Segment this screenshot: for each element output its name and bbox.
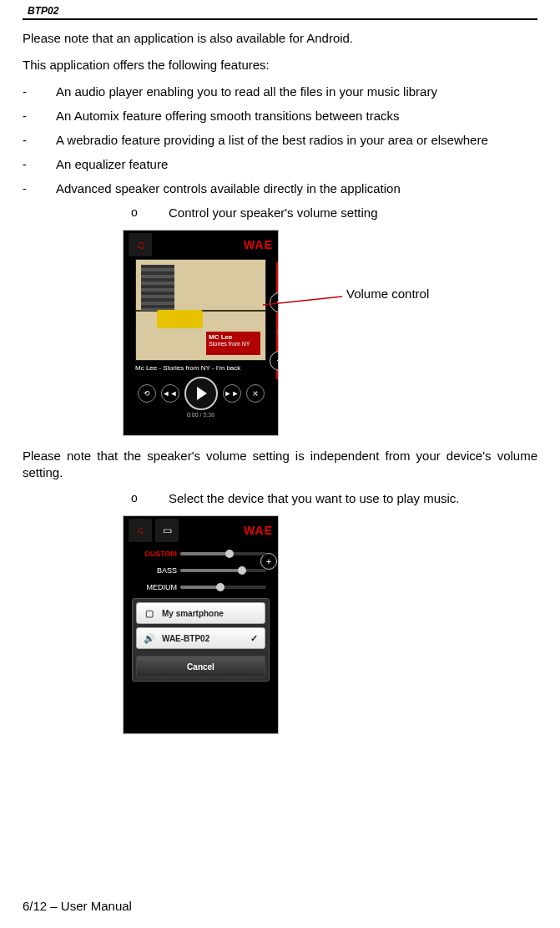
album-line1: MC Lee [209, 333, 258, 341]
radio-icon[interactable]: ▭ [155, 519, 179, 542]
music-note-icon[interactable]: ♫ [129, 519, 152, 542]
sub-bullet-text: Control your speaker's volume setting [169, 205, 377, 220]
bullet-dash: - [23, 181, 56, 195]
app-screenshot-player: ♫ WAE MC Lee Stories from NY Mc Lee - St… [123, 230, 279, 436]
cancel-button[interactable]: Cancel [136, 656, 265, 677]
bullet-dash: - [23, 109, 56, 123]
track-title: Mc Lee - Stories from NY - I'm back [124, 361, 278, 373]
album-line2: Stories from NY [209, 341, 258, 347]
app-screenshot-device-select: ♫ ▭ WAE + CUSTOM BASS MEDIUM ▢ My smart [123, 515, 279, 734]
eq-bass-slider[interactable] [180, 569, 266, 572]
callout-line [263, 295, 346, 312]
player-controls: ⟲ ◄◄ ►► ⤨ [124, 377, 278, 410]
plus-icon[interactable]: + [260, 553, 277, 570]
bullet-text: An equalizer feature [56, 157, 537, 171]
page-footer: 6/12 – User Manual [23, 899, 132, 913]
bullet-item: - An equalizer feature [23, 157, 537, 171]
device-option-smartphone[interactable]: ▢ My smartphone [136, 602, 265, 624]
sub-bullet-circle: o [131, 491, 169, 505]
bullet-text: An audio player enabling you to read all… [56, 84, 537, 99]
bullet-text: Advanced speaker controls available dire… [56, 181, 537, 195]
eq-bass-label: BASS [135, 566, 180, 575]
eq-custom-slider[interactable] [180, 552, 266, 555]
music-note-icon: ♫ [129, 233, 152, 256]
smartphone-icon: ▢ [144, 608, 155, 619]
bullet-dash: - [23, 133, 56, 147]
sub-bullet-item: o Control your speaker's volume setting [23, 205, 537, 220]
bullet-item: - An Automix feature offering smooth tra… [23, 109, 537, 123]
speaker-icon: 🔊 [144, 633, 155, 644]
bullet-text: A webradio feature providing a list of t… [56, 133, 537, 147]
sub-bullet-circle: o [131, 205, 169, 220]
repeat-icon[interactable]: ⟲ [138, 384, 156, 403]
cancel-label: Cancel [187, 662, 214, 672]
para-android-note: Please note that an application is also … [23, 30, 537, 47]
prev-track-icon[interactable]: ◄◄ [161, 384, 179, 403]
bullet-item: - A webradio feature providing a list of… [23, 133, 537, 147]
svg-line-0 [263, 297, 342, 305]
brand-logo: WAE [244, 238, 273, 251]
next-track-icon[interactable]: ►► [223, 384, 241, 403]
para-features-intro: This application offers the following fe… [23, 57, 537, 74]
shuffle-icon[interactable]: ⤨ [246, 384, 265, 403]
eq-medium-slider[interactable] [180, 586, 266, 589]
callout-volume-control: Volume control [346, 287, 429, 301]
equalizer-panel: CUSTOM BASS MEDIUM [135, 548, 266, 593]
device-select-menu: ▢ My smartphone 🔊 WAE-BTP02 ✓ Cancel [132, 598, 270, 682]
eq-custom-label: CUSTOM [135, 550, 180, 558]
time-display: 0:00 / 5:36 [124, 412, 278, 418]
device-option-label: My smartphone [162, 609, 224, 618]
brand-logo: WAE [244, 524, 273, 537]
screenshot-device-select-wrap: ♫ ▭ WAE + CUSTOM BASS MEDIUM ▢ My smart [123, 515, 523, 734]
bullet-dash: - [23, 157, 56, 171]
mute-icon[interactable]: 🔇 [276, 327, 279, 337]
sub-bullet-item: o Select the device that you want to use… [23, 491, 537, 505]
para-volume-note: Please note that the speaker's volume se… [23, 448, 537, 482]
bullet-item: - Advanced speaker controls available di… [23, 181, 537, 195]
header-rule [23, 18, 537, 20]
device-option-speaker[interactable]: 🔊 WAE-BTP02 ✓ [136, 627, 265, 649]
bullet-dash: - [23, 84, 56, 99]
device-option-label: WAE-BTP02 [162, 634, 209, 643]
sub-bullet-text: Select the device that you want to use t… [169, 491, 460, 505]
header-product-label: BTP02 [23, 5, 537, 17]
album-art: MC Lee Stories from NY [135, 259, 266, 361]
eq-medium-label: MEDIUM [135, 583, 180, 591]
check-icon: ✓ [250, 633, 258, 644]
bullet-item: - An audio player enabling you to read a… [23, 84, 537, 99]
play-button[interactable] [184, 377, 218, 410]
bullet-text: An Automix feature offering smooth trans… [56, 109, 537, 123]
screenshot-volume-wrap: ♫ WAE MC Lee Stories from NY Mc Lee - St… [123, 230, 523, 436]
